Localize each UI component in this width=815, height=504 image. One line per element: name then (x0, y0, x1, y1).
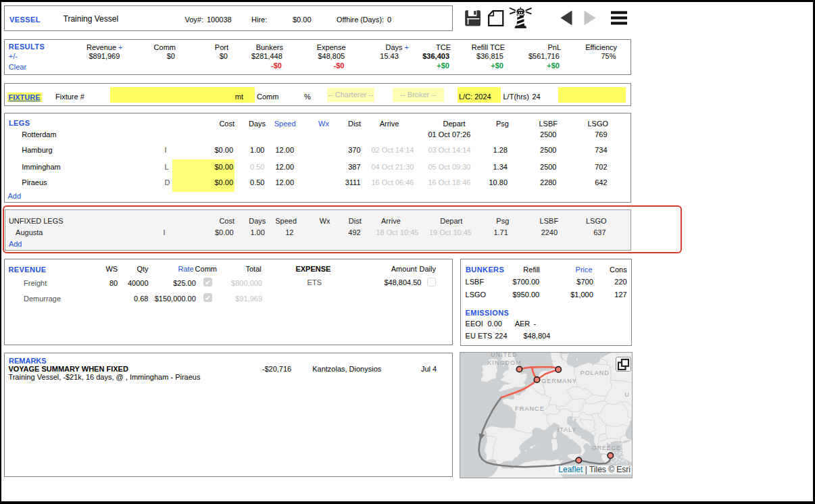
leaflet-link[interactable]: Leaflet (558, 465, 583, 474)
revenue-comm-checkbox[interactable]: ✔ (203, 293, 212, 302)
leg-cost[interactable]: $0.00 (214, 146, 233, 154)
port-marker-rotterdam[interactable] (534, 377, 539, 382)
results-header-text: Revenue (87, 43, 116, 51)
leg-speed[interactable]: 12.00 (275, 163, 294, 171)
charterer-select[interactable]: -- Charterer -- (327, 88, 374, 102)
island-dot (619, 453, 620, 455)
leg-port-name[interactable]: Rotterdam (22, 130, 56, 138)
broker-select[interactable]: -- Broker -- (393, 88, 444, 102)
legs-header-speed[interactable]: Speed (274, 120, 296, 128)
results-column-header: Refill TCE (472, 43, 505, 51)
results-column-header: Efficiency (585, 43, 617, 51)
eu-ets-cost: $48,804 (524, 332, 551, 340)
fixture-extra-input[interactable] (558, 87, 626, 103)
island-dot (563, 361, 564, 362)
hire-value[interactable]: $0.00 (293, 16, 312, 24)
port-marker-piraeus[interactable] (608, 453, 613, 458)
new-voyage-button[interactable] (488, 10, 504, 26)
revenue-total-value: $800,000 (231, 279, 262, 287)
legs-add-link[interactable]: Add (8, 192, 22, 200)
legs-header-wx[interactable]: Wx (318, 120, 329, 128)
port-marker-augusta[interactable] (576, 457, 581, 463)
results-column-delta: +$0 (491, 61, 503, 70)
bunker-price-value[interactable]: $700 (576, 278, 593, 286)
results-column-delta: -$0 (271, 61, 282, 70)
leg-port-name[interactable]: Immingham (22, 163, 60, 171)
menu-button[interactable] (611, 11, 627, 25)
island-dot (616, 459, 617, 461)
revenue-rate-value[interactable]: $25.00 (173, 279, 196, 287)
hire-label: Hire: (251, 16, 267, 24)
map-layers-control[interactable] (616, 357, 631, 372)
leg-days[interactable]: 0.50 (250, 178, 264, 186)
results-header-plus: + (403, 43, 409, 51)
save-button[interactable] (465, 10, 481, 26)
legs-label: LEGS (9, 119, 30, 127)
results-column-header: PnL (547, 43, 561, 51)
map-label: POLAND (581, 370, 610, 376)
revenue-header-qty: Qty (137, 265, 148, 273)
bunker-price-value[interactable]: $1,000 (570, 291, 593, 299)
back-icon (560, 10, 572, 26)
laytime-value[interactable]: 24 (533, 93, 541, 101)
lighthouse-button[interactable] (505, 6, 537, 28)
port-marker-immingham[interactable] (516, 366, 522, 372)
remarks-date: Jul 4 (421, 365, 437, 373)
cargo-qty-input[interactable] (110, 87, 255, 103)
leg-cost[interactable]: $0.00 (214, 178, 233, 186)
revenue-comm-checkbox[interactable]: ✔ (203, 278, 212, 286)
revenue-rate-value[interactable]: $150,000.00 (155, 295, 196, 303)
back-button[interactable] (560, 10, 572, 26)
results-header-text: Port (215, 43, 228, 51)
island-dot (620, 452, 622, 453)
leg-speed[interactable]: 12.00 (275, 146, 294, 154)
leg-days[interactable]: 0.50 (250, 163, 264, 171)
revenue-ws-value[interactable]: 80 (109, 279, 118, 287)
results-column-value: $891,969 (89, 52, 120, 60)
results-plus-minus[interactable]: +/- (9, 52, 18, 60)
legs-header-lsgo: LSGO (587, 120, 608, 128)
map-panel[interactable]: UNITED KINGDOM GERMANY POLAND FRANCE ITA… (460, 352, 633, 478)
offhire-value[interactable]: 0 (387, 16, 391, 24)
island-dot (580, 426, 581, 427)
island-dot (626, 461, 627, 463)
remarks-title[interactable]: VOYAGE SUMMARY WHEN FIXED (8, 365, 128, 373)
bunkers-header-price[interactable]: Price (576, 266, 593, 274)
window-frame-bottom (0, 501, 815, 504)
forward-button[interactable] (584, 10, 596, 26)
revenue-header-rate[interactable]: Rate (178, 265, 193, 273)
bunker-refill-value[interactable]: $950.00 (512, 291, 539, 299)
voyage-number-value[interactable]: 100038 (207, 16, 232, 24)
bunker-refill-value[interactable]: $700.00 (512, 278, 539, 286)
expense-daily-checkbox[interactable] (427, 278, 436, 286)
revenue-qty-value[interactable]: 40000 (128, 279, 149, 287)
leg-speed[interactable]: 12.00 (275, 178, 294, 186)
expense-amount-value[interactable]: $48,804.50 (384, 278, 421, 286)
leg-port-name[interactable]: Piraeus (22, 178, 47, 186)
broker-placeholder: -- Broker -- (400, 91, 436, 99)
map-attribution: Leaflet | Tiles © Esri (555, 465, 632, 474)
results-column-value: $48,805 (318, 52, 345, 60)
island-dot (624, 460, 625, 461)
island-dot (622, 461, 623, 462)
legs-header-days: Days (249, 120, 266, 128)
leg-lsbf: 2280 (540, 178, 556, 186)
leg-days[interactable]: 1.00 (250, 146, 264, 154)
leg-cost[interactable]: $0.00 (214, 163, 233, 171)
vessel-name[interactable]: Training Vessel (64, 15, 119, 23)
revenue-total-value: $91,969 (235, 295, 262, 303)
results-clear-link[interactable]: Clear (9, 63, 26, 71)
bunkers-label: BUNKERS (466, 266, 504, 274)
remarks-body[interactable]: Training Vessel, -$21k, 16 days, @ , Imm… (8, 373, 200, 381)
island-dot (617, 455, 618, 456)
results-column-value: $281,448 (251, 52, 282, 60)
port-marker-hamburg[interactable] (555, 367, 561, 372)
results-column-delta: -$0 (334, 61, 345, 70)
leg-port-name[interactable]: Hamburg (22, 146, 52, 154)
fixture-number-label: Fixture # (55, 93, 84, 101)
attribution-tiles: Tiles © Esri (589, 465, 631, 474)
legs-header-lsbf: LSBF (539, 120, 558, 128)
revenue-qty-value[interactable]: 0.68 (134, 295, 148, 303)
results-header-text: Days (385, 43, 402, 51)
fixture-label[interactable]: FIXTURE (7, 93, 42, 102)
